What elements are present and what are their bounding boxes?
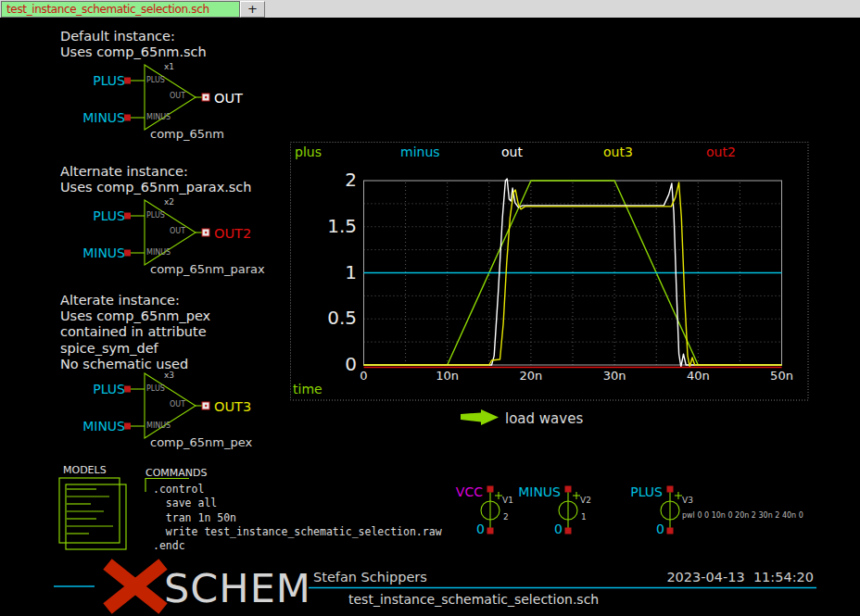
x-tick-10n: 10n xyxy=(427,368,468,383)
sheet-title: test_instance_schematic_selection.sch xyxy=(348,592,599,608)
author-name: Stefan Schippers xyxy=(313,570,427,585)
cell-name: comp_65nm_parax xyxy=(150,261,265,277)
out-pin-dot xyxy=(205,96,207,98)
instance-note-2: Alternate instance:Uses comp_65nm_parax.… xyxy=(60,164,252,195)
legend-plus: plus xyxy=(295,145,322,160)
net-label-plus[interactable]: PLUS xyxy=(79,73,125,89)
pin-name-out: OUT xyxy=(170,400,185,409)
commands-label: COMMANDS xyxy=(145,465,208,481)
instance-note-3: Alterate instance:Uses comp_65nm_pexcont… xyxy=(60,293,210,372)
pin-name-plus: PLUS xyxy=(146,76,165,85)
xschem-logo-text: SCHEM xyxy=(164,566,311,610)
net-label-gnd[interactable]: 0 xyxy=(648,522,664,537)
y-tick-2: 2 xyxy=(301,169,357,191)
x-tick-40n: 40n xyxy=(677,368,718,383)
text-line: save all xyxy=(153,497,442,510)
pin-name-plus: PLUS xyxy=(146,211,165,220)
y-tick-0: 0 xyxy=(301,353,357,375)
value-v2: 1 xyxy=(581,512,587,522)
y-tick-0.5: 0.5 xyxy=(301,307,357,329)
text-line: Uses comp_65nm.sch xyxy=(60,44,207,60)
value-v1: 2 xyxy=(503,512,509,522)
text-line: .control xyxy=(153,483,442,497)
net-label-out2[interactable]: OUT2 xyxy=(214,226,251,242)
wave-out3 xyxy=(364,182,782,367)
net-label-plus-src[interactable]: PLUS xyxy=(613,484,663,500)
refdes-label: x1 xyxy=(164,62,174,72)
pin-name-minus: MINUS xyxy=(146,421,171,431)
net-label-minus[interactable]: MINUS xyxy=(79,110,125,126)
net-label-plus[interactable]: PLUS xyxy=(79,382,125,397)
refdes-label: x3 xyxy=(164,371,174,381)
net-label-out3[interactable]: OUT3 xyxy=(214,399,251,415)
text-line: spice_sym_def xyxy=(60,341,210,357)
instance-note-1: Default instance:Uses comp_65nm.sch xyxy=(60,29,207,60)
net-label-minus[interactable]: MINUS xyxy=(79,419,125,434)
value-v3-pwl: pwl 0 0 10n 0 20n 2 30n 2 40n 0 xyxy=(682,511,803,521)
cell-name: comp_65nm_pex xyxy=(150,434,252,450)
timestamp: 2023-04-13 11:54:20 xyxy=(639,570,814,585)
refdes-label: x2 xyxy=(164,197,174,207)
text-line: Alterate instance: xyxy=(60,293,210,308)
net-label-vcc[interactable]: VCC xyxy=(433,484,483,500)
out2-pin-dot xyxy=(205,232,207,233)
text-line: No schematic used xyxy=(60,357,210,372)
legend-out: out xyxy=(501,145,523,160)
legend-out2: out2 xyxy=(706,145,736,160)
pin-name-out: OUT xyxy=(170,92,185,101)
text-line: Alternate instance: xyxy=(60,164,252,180)
text-line: tran 1n 50n xyxy=(153,511,442,525)
refdes-v3: V3 xyxy=(682,496,693,506)
pin-name-out: OUT xyxy=(170,227,185,236)
text-line: contained in attribute xyxy=(60,324,210,340)
x-axis-label: time xyxy=(293,382,322,397)
net-label-minus-src[interactable]: MINUS xyxy=(511,484,561,500)
x-tick-20n: 20n xyxy=(511,368,551,383)
net-label-gnd[interactable]: 0 xyxy=(546,522,563,537)
text-line: Uses comp_65nm_parax.sch xyxy=(60,180,252,195)
refdes-v2: V2 xyxy=(580,496,591,506)
xschem-logo-x-icon xyxy=(108,564,163,609)
net-label-out[interactable]: OUT xyxy=(214,91,243,107)
cell-name: comp_65nm xyxy=(150,126,224,142)
x-tick-50n: 50n xyxy=(762,368,803,383)
text-line: .endc xyxy=(153,539,442,553)
text-line: Uses comp_65nm_pex xyxy=(60,308,210,324)
xschem-window: test_instance_schematic_selection.sch + … xyxy=(0,0,860,616)
net-label-plus[interactable]: PLUS xyxy=(79,208,125,224)
x-tick-30n: 30n xyxy=(594,368,635,383)
legend-out3: out3 xyxy=(603,145,633,160)
models-icon[interactable] xyxy=(59,478,126,549)
pin-name-minus: MINUS xyxy=(146,113,171,122)
net-label-gnd[interactable]: 0 xyxy=(468,522,485,537)
load-waves-label[interactable]: load waves xyxy=(505,411,583,427)
tab-active[interactable]: test_instance_schematic_selection.sch xyxy=(1,1,240,18)
text-line: write test_instance_schematic_selection.… xyxy=(153,525,442,539)
text-line: Default instance: xyxy=(60,29,207,44)
legend-minus: minus xyxy=(400,145,440,160)
tab-bar: test_instance_schematic_selection.sch + xyxy=(0,0,860,18)
net-label-minus[interactable]: MINUS xyxy=(79,245,125,261)
models-label: MODELS xyxy=(63,462,107,478)
out3-pin-dot xyxy=(205,405,207,407)
pin-name-minus: MINUS xyxy=(146,248,171,258)
new-tab-button[interactable]: + xyxy=(240,1,265,18)
pin-name-plus: PLUS xyxy=(146,384,165,394)
y-tick-1: 1 xyxy=(301,261,357,283)
y-tick-1.5: 1.5 xyxy=(301,215,357,237)
commands-text[interactable]: .control save all tran 1n 50n write test… xyxy=(153,483,442,553)
load-waves-arrow-icon[interactable] xyxy=(461,409,499,425)
